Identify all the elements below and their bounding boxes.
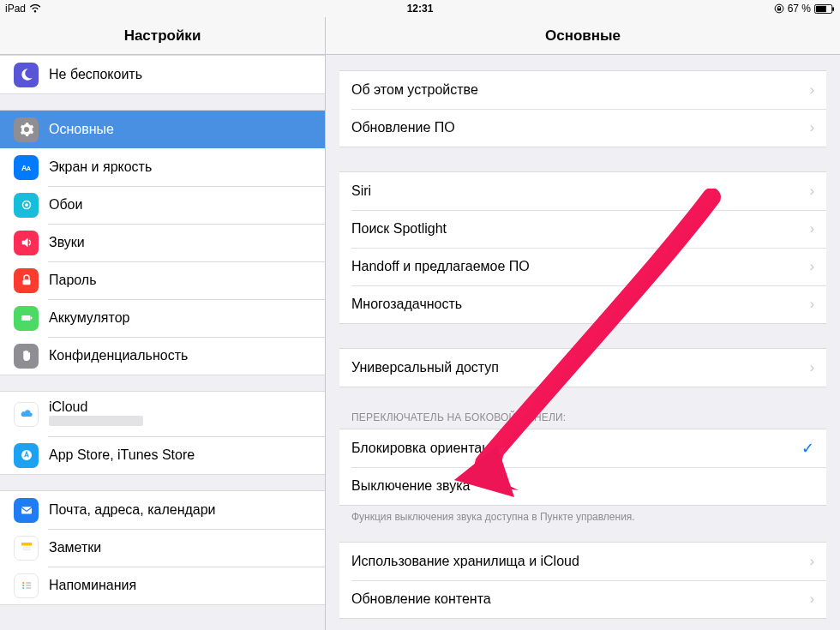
mail-icon: [14, 498, 39, 523]
checkmark-icon: ✓: [801, 439, 814, 458]
sidebar-item-label: Не беспокоить: [49, 67, 315, 82]
row-about-device[interactable]: Об этом устройстве ›: [339, 71, 826, 109]
svg-point-20: [22, 587, 24, 589]
sidebar-item-label: Экран и яркость: [49, 159, 315, 175]
detail-title: Основные: [326, 17, 840, 55]
sidebar-item-label: Пароль: [49, 273, 315, 288]
row-label: Обновление контента: [351, 591, 810, 607]
sidebar-item-general[interactable]: Основные: [0, 111, 325, 148]
app-store-icon: [14, 443, 39, 468]
row-label: Siri: [351, 183, 810, 199]
moon-icon: [14, 63, 39, 87]
row-label: Поиск Spotlight: [351, 221, 810, 237]
sidebar-item-mail[interactable]: Почта, адреса, календари: [0, 491, 325, 529]
hand-icon: [14, 344, 39, 369]
sidebar-item-notes[interactable]: Заметки: [0, 529, 325, 567]
sidebar-item-reminders[interactable]: Напоминания: [0, 567, 325, 604]
row-handoff[interactable]: Handoff и предлагаемое ПО ›: [339, 248, 826, 285]
orientation-lock-icon: [774, 3, 784, 14]
sidebar-item-label: App Store, iTunes Store: [49, 447, 315, 463]
svg-rect-1: [777, 9, 781, 11]
svg-rect-3: [816, 5, 826, 11]
status-time: 12:31: [407, 3, 434, 15]
sidebar-item-label: Напоминания: [49, 578, 315, 593]
sidebar-item-wallpaper[interactable]: Обои: [0, 186, 325, 224]
row-multitasking[interactable]: Многозадачность ›: [339, 285, 826, 323]
sidebar-item-label: Основные: [49, 122, 315, 137]
side-switch-footer: Функция выключения звука доступна в Пунк…: [351, 511, 814, 523]
row-lock-rotation[interactable]: Блокировка ориентации ✓: [339, 429, 826, 467]
row-label: Многозадачность: [351, 297, 810, 312]
svg-rect-11: [30, 317, 32, 320]
sidebar-item-battery[interactable]: Аккумулятор: [0, 299, 325, 337]
row-accessibility[interactable]: Универсальный доступ ›: [339, 349, 826, 387]
sidebar-title: Настройки: [0, 17, 325, 55]
row-label: Выключение звука: [351, 478, 814, 494]
side-switch-header: ПЕРЕКЛЮЧАТЕЛЬ НА БОКОВОЙ ПАНЕЛИ:: [351, 411, 814, 423]
svg-point-19: [22, 585, 24, 586]
battery-percent: 67 %: [788, 3, 811, 15]
sidebar-item-privacy[interactable]: Конфиденциальность: [0, 337, 325, 375]
sidebar-item-sounds[interactable]: Звуки: [0, 224, 325, 261]
sidebar-item-display[interactable]: AA Экран и яркость: [0, 148, 325, 186]
row-background-refresh[interactable]: Обновление контента ›: [339, 580, 826, 618]
detail-pane: Основные Об этом устройстве › Обновление…: [326, 17, 840, 630]
settings-sidebar: Настройки Не беспокоить Основные: [0, 17, 326, 630]
icloud-account-blur: [49, 416, 143, 429]
row-label: Handoff и предлагаемое ПО: [351, 259, 810, 274]
svg-rect-4: [832, 7, 834, 11]
sidebar-item-label: Аккумулятор: [49, 310, 315, 326]
status-right: 67 %: [774, 3, 835, 15]
row-label: Использование хранилища и iCloud: [351, 554, 810, 569]
reminders-icon: [14, 573, 39, 598]
sidebar-item-label: Конфиденциальность: [49, 348, 315, 363]
chevron-right-icon: ›: [810, 297, 814, 312]
text-size-icon: AA: [14, 155, 39, 180]
chevron-right-icon: ›: [810, 591, 814, 607]
sidebar-item-do-not-disturb[interactable]: Не беспокоить: [0, 56, 325, 93]
sidebar-item-label: iCloud: [49, 399, 143, 415]
svg-rect-13: [21, 507, 32, 513]
device-name: iPad: [5, 3, 26, 15]
sidebar-item-icloud[interactable]: iCloud: [0, 392, 325, 436]
sidebar-item-label: Звуки: [49, 235, 315, 250]
row-spotlight[interactable]: Поиск Spotlight ›: [339, 210, 826, 248]
row-label: Блокировка ориентации: [351, 441, 801, 456]
sidebar-item-label: Заметки: [49, 540, 315, 555]
chevron-right-icon: ›: [810, 360, 814, 375]
chevron-right-icon: ›: [810, 221, 814, 237]
svg-rect-10: [21, 315, 31, 321]
battery-icon: [814, 4, 835, 14]
notes-icon: [14, 536, 39, 561]
row-siri[interactable]: Siri ›: [339, 172, 826, 210]
row-label: Универсальный доступ: [351, 360, 810, 375]
svg-point-18: [22, 582, 24, 584]
row-label: Обновление ПО: [351, 120, 810, 135]
row-software-update[interactable]: Обновление ПО ›: [339, 109, 826, 147]
chevron-right-icon: ›: [810, 120, 814, 135]
cloud-icon: [14, 402, 39, 427]
status-left: iPad: [5, 3, 41, 15]
chevron-right-icon: ›: [810, 183, 814, 199]
svg-rect-9: [22, 279, 30, 285]
row-label: Об этом устройстве: [351, 82, 810, 98]
wifi-icon: [29, 4, 41, 13]
svg-rect-14: [21, 543, 32, 546]
wallpaper-icon: [14, 193, 39, 218]
svg-text:A: A: [27, 165, 31, 171]
row-storage[interactable]: Использование хранилища и iCloud ›: [339, 543, 826, 580]
sidebar-item-label: Обои: [49, 197, 315, 213]
sidebar-item-passcode[interactable]: Пароль: [0, 261, 325, 299]
sidebar-item-app-store[interactable]: App Store, iTunes Store: [0, 436, 325, 474]
battery-full-icon: [14, 306, 39, 331]
chevron-right-icon: ›: [810, 554, 814, 569]
lock-icon: [14, 268, 39, 293]
chevron-right-icon: ›: [810, 82, 814, 98]
status-bar: iPad 12:31 67 %: [0, 0, 840, 17]
svg-point-8: [25, 203, 28, 207]
row-mute[interactable]: Выключение звука: [339, 467, 826, 505]
speaker-icon: [14, 231, 39, 255]
gear-icon: [14, 117, 39, 142]
chevron-right-icon: ›: [810, 259, 814, 274]
sidebar-item-label: Почта, адреса, календари: [49, 502, 315, 518]
